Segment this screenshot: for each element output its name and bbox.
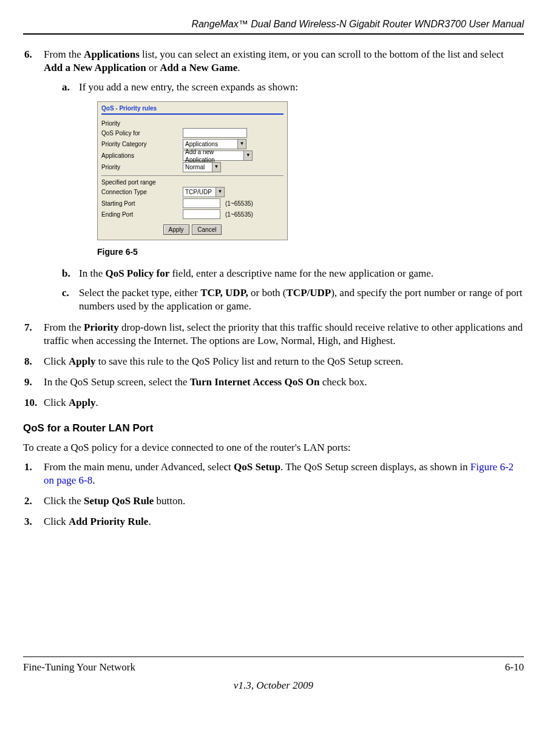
- chevron-down-icon: ▼: [212, 163, 220, 172]
- applications-label: Applications: [101, 152, 180, 160]
- sec2-step-2-text: Click the Setup QoS Rule button.: [44, 495, 185, 507]
- bold: QoS Setup: [234, 461, 280, 473]
- text: In the QoS Setup screen, select the: [44, 376, 190, 388]
- specified-port-range-label: Specified port range: [98, 177, 287, 186]
- sec2-step-1-text: From the main menu, under Advanced, sele…: [44, 461, 514, 486]
- bold: Apply: [69, 397, 95, 408]
- figure-6-5-caption: Figure 6-5: [97, 246, 524, 257]
- dialog-title-rule: [101, 113, 284, 115]
- starting-port-input[interactable]: [183, 198, 220, 208]
- text: From the: [44, 322, 84, 333]
- bold: Add a New Application: [44, 62, 146, 73]
- bold: Add a New Game: [160, 62, 237, 73]
- connection-type-row: Connection Type TCP/UDP ▼: [98, 186, 287, 198]
- text: Click the: [44, 495, 84, 507]
- connection-type-value: TCP/UDP: [185, 188, 212, 196]
- starting-port-range: (1~65535): [225, 200, 253, 208]
- step-6b-text: In the QoS Policy for field, enter a des…: [79, 268, 433, 279]
- qos-lan-port-heading: QoS for a Router LAN Port: [23, 422, 524, 435]
- footer-version: v1.3, October 2009: [23, 679, 524, 692]
- step-6c-number: c.: [62, 286, 69, 300]
- sec2-step-3-number: 3.: [24, 515, 32, 528]
- text: Click: [44, 356, 69, 367]
- bold: TCP, UDP,: [200, 287, 248, 299]
- step-6a: a. If you add a new entry, the screen ex…: [62, 81, 524, 257]
- footer-row: Fine-Tuning Your Network 6-10: [23, 661, 524, 674]
- text: From the: [44, 49, 84, 60]
- text: .: [96, 397, 98, 408]
- footer-rule: [23, 656, 524, 657]
- header-rule: [23, 33, 524, 35]
- text: check box.: [320, 376, 367, 388]
- sec2-step-3-text: Click Add Priority Rule.: [44, 516, 151, 527]
- cancel-button[interactable]: Cancel: [192, 224, 222, 235]
- qos-dialog: QoS - Priority rules Priority QoS Policy…: [97, 101, 288, 240]
- bold: Setup QoS Rule: [84, 495, 154, 507]
- step-10: 10. Click Apply.: [23, 396, 524, 410]
- text: . The QoS Setup screen displays, as show…: [280, 461, 471, 473]
- step-8: 8. Click Apply to save this rule to the …: [23, 355, 524, 368]
- figure-6-5-wrap: QoS - Priority rules Priority QoS Policy…: [97, 101, 524, 257]
- step-9-number: 9.: [24, 376, 32, 389]
- chevron-down-icon: ▼: [243, 151, 252, 160]
- bold: QoS Policy for: [105, 268, 169, 279]
- step-6: 6. From the Applications list, you can s…: [23, 48, 524, 314]
- sec2-step-1-number: 1.: [24, 461, 32, 474]
- text: From the main menu, under Advanced, sele…: [44, 461, 234, 473]
- applications-select[interactable]: Add a new Application ▼: [183, 150, 253, 161]
- page-header-title: RangeMax™ Dual Band Wireless-N Gigabit R…: [23, 18, 524, 31]
- bold: Add Priority Rule: [69, 516, 148, 527]
- qos-policy-for-input[interactable]: [183, 128, 247, 138]
- connection-type-select[interactable]: TCP/UDP ▼: [183, 187, 225, 197]
- priority-row: Priority Normal ▼: [98, 161, 287, 173]
- step-8-number: 8.: [24, 355, 32, 368]
- text: to save this rule to the QoS Policy list…: [96, 356, 404, 367]
- sec2-step-1: 1. From the main menu, under Advanced, s…: [23, 461, 524, 487]
- step-6-text: From the Applications list, you can sele…: [44, 49, 504, 73]
- priority-category-value: Applications: [185, 140, 218, 148]
- section2-steps: 1. From the main menu, under Advanced, s…: [23, 461, 524, 528]
- step-7-number: 7.: [24, 321, 32, 334]
- text: list, you can select an existing item, o…: [140, 49, 504, 60]
- bold: Turn Internet Access QoS On: [190, 376, 320, 388]
- bold: TCP/UDP: [287, 287, 331, 299]
- ending-port-row: Ending Port (1~65535): [98, 209, 287, 220]
- sec2-step-2-number: 2.: [24, 494, 32, 508]
- bold: Priority: [84, 322, 119, 333]
- ending-port-input[interactable]: [183, 209, 220, 219]
- dialog-title: QoS - Priority rules: [98, 102, 287, 113]
- priority-value: Normal: [185, 163, 205, 171]
- step-7-text: From the Priority drop-down list, select…: [44, 322, 523, 346]
- connection-type-label: Connection Type: [101, 188, 180, 196]
- step-6-number: 6.: [24, 48, 32, 61]
- applications-row: Applications Add a new Application ▼: [98, 150, 287, 161]
- page-footer: Fine-Tuning Your Network 6-10 v1.3, Octo…: [23, 656, 524, 692]
- footer-left: Fine-Tuning Your Network: [23, 661, 135, 674]
- text: or both (: [248, 287, 287, 299]
- priority-label: Priority: [101, 163, 180, 171]
- priority-select[interactable]: Normal ▼: [183, 162, 221, 172]
- dialog-button-row: Apply Cancel: [98, 220, 287, 240]
- step-6c: c. Select the packet type, either TCP, U…: [62, 286, 524, 313]
- step-6-sublist: a. If you add a new entry, the screen ex…: [62, 81, 524, 314]
- ending-port-label: Ending Port: [101, 211, 180, 218]
- qos-policy-for-label: QoS Policy for: [101, 129, 180, 137]
- text: or: [146, 62, 160, 73]
- step-6a-number: a.: [62, 81, 70, 94]
- text: Click: [44, 516, 69, 527]
- chevron-down-icon: ▼: [216, 187, 224, 197]
- text: .: [148, 516, 151, 527]
- apply-button[interactable]: Apply: [163, 224, 189, 235]
- text: .: [237, 62, 240, 73]
- text: Click: [44, 397, 69, 408]
- qos-policy-for-row: QoS Policy for: [98, 127, 287, 138]
- text: button.: [154, 495, 185, 507]
- step-10-number: 10.: [24, 396, 37, 410]
- step-6b-number: b.: [62, 267, 70, 280]
- main-steps-list: 6. From the Applications list, you can s…: [23, 48, 524, 410]
- text: field, enter a descriptive name for the …: [169, 268, 433, 279]
- step-9-text: In the QoS Setup screen, select the Turn…: [44, 376, 367, 388]
- step-6b: b. In the QoS Policy for field, enter a …: [62, 267, 524, 280]
- bold: Apply: [69, 356, 95, 367]
- applications-value: Add a new Application: [185, 148, 243, 164]
